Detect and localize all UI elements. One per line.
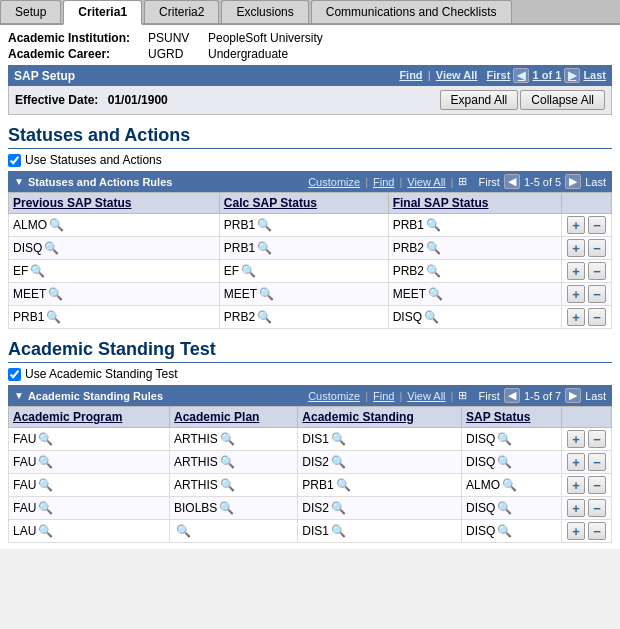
statuses-checkbox[interactable] bbox=[8, 154, 21, 167]
tab-communications[interactable]: Communications and Checklists bbox=[311, 0, 512, 23]
sap-find-link[interactable]: Find bbox=[399, 69, 422, 81]
add-row-button[interactable]: + bbox=[567, 430, 585, 448]
tab-criteria2[interactable]: Criteria2 bbox=[144, 0, 219, 23]
final-sap-search-icon[interactable]: 🔍 bbox=[426, 264, 440, 278]
plan-search-icon[interactable]: 🔍 bbox=[219, 501, 233, 515]
academic-nav-prev[interactable]: ◀ bbox=[504, 388, 520, 403]
plan-search-icon[interactable]: 🔍 bbox=[220, 478, 234, 492]
add-row-button[interactable]: + bbox=[567, 453, 585, 471]
statuses-nav-next[interactable]: ▶ bbox=[565, 174, 581, 189]
final-sap-search-icon[interactable]: 🔍 bbox=[424, 310, 438, 324]
sap-last-label: Last bbox=[583, 69, 606, 81]
col-row-actions bbox=[562, 407, 612, 428]
prev-sap-search-icon[interactable]: 🔍 bbox=[44, 241, 58, 255]
academic-customize-link[interactable]: Customize bbox=[308, 390, 360, 402]
tab-criteria1[interactable]: Criteria1 bbox=[63, 0, 142, 25]
remove-row-button[interactable]: − bbox=[588, 308, 606, 326]
statuses-checkbox-label: Use Statuses and Actions bbox=[25, 153, 162, 167]
plan-search-icon[interactable]: 🔍 bbox=[220, 455, 234, 469]
remove-row-button[interactable]: − bbox=[588, 499, 606, 517]
prev-sap-search-icon[interactable]: 🔍 bbox=[46, 310, 60, 324]
calc-sap-search-icon[interactable]: 🔍 bbox=[257, 241, 271, 255]
status-search-icon[interactable]: 🔍 bbox=[497, 455, 511, 469]
standing-value: DIS1 bbox=[302, 524, 329, 538]
prev-sap-cell: DISQ 🔍 bbox=[9, 237, 220, 260]
remove-row-button[interactable]: − bbox=[588, 216, 606, 234]
add-row-button[interactable]: + bbox=[567, 216, 585, 234]
add-row-button[interactable]: + bbox=[567, 308, 585, 326]
standing-value: DIS1 bbox=[302, 432, 329, 446]
program-search-icon[interactable]: 🔍 bbox=[38, 432, 52, 446]
statuses-table-header[interactable]: ▼ Statuses and Actions Rules Customize |… bbox=[8, 171, 612, 192]
status-search-icon[interactable]: 🔍 bbox=[502, 478, 516, 492]
status-search-icon[interactable]: 🔍 bbox=[497, 432, 511, 446]
add-row-button[interactable]: + bbox=[567, 239, 585, 257]
prev-sap-search-icon[interactable]: 🔍 bbox=[30, 264, 44, 278]
prev-sap-value: PRB1 bbox=[13, 310, 44, 324]
row-action-cell: + − bbox=[562, 428, 612, 451]
add-row-button[interactable]: + bbox=[567, 285, 585, 303]
statuses-view-all-link[interactable]: View All bbox=[407, 176, 445, 188]
standing-cell: DIS2 🔍 bbox=[298, 497, 462, 520]
standing-search-icon[interactable]: 🔍 bbox=[331, 501, 345, 515]
final-sap-search-icon[interactable]: 🔍 bbox=[428, 287, 442, 301]
remove-row-button[interactable]: − bbox=[588, 239, 606, 257]
program-search-icon[interactable]: 🔍 bbox=[38, 478, 52, 492]
program-search-icon[interactable]: 🔍 bbox=[38, 501, 52, 515]
col-academic-program: Academic Program bbox=[9, 407, 170, 428]
sap-nav-next[interactable]: ▶ bbox=[564, 68, 580, 83]
final-sap-value: PRB1 bbox=[393, 218, 424, 232]
standing-search-icon[interactable]: 🔍 bbox=[331, 432, 345, 446]
standing-cell: DIS1 🔍 bbox=[298, 428, 462, 451]
add-row-button[interactable]: + bbox=[567, 262, 585, 280]
standing-search-icon[interactable]: 🔍 bbox=[331, 455, 345, 469]
remove-row-button[interactable]: − bbox=[588, 285, 606, 303]
table-row: PRB1 🔍 PRB2 🔍 DISQ 🔍 + − bbox=[9, 306, 612, 329]
tab-exclusions[interactable]: Exclusions bbox=[221, 0, 308, 23]
academic-table-header[interactable]: ▼ Academic Standing Rules Customize | Fi… bbox=[8, 385, 612, 406]
sap-view-all-link[interactable]: View All bbox=[436, 69, 478, 81]
calc-sap-search-icon[interactable]: 🔍 bbox=[241, 264, 255, 278]
prev-sap-search-icon[interactable]: 🔍 bbox=[48, 287, 62, 301]
collapse-all-button[interactable]: Collapse All bbox=[520, 90, 605, 110]
remove-row-button[interactable]: − bbox=[588, 453, 606, 471]
calc-sap-search-icon[interactable]: 🔍 bbox=[257, 310, 271, 324]
standing-search-icon[interactable]: 🔍 bbox=[336, 478, 350, 492]
add-row-button[interactable]: + bbox=[567, 499, 585, 517]
calc-sap-search-icon[interactable]: 🔍 bbox=[259, 287, 273, 301]
prev-sap-search-icon[interactable]: 🔍 bbox=[49, 218, 63, 232]
add-row-button[interactable]: + bbox=[567, 476, 585, 494]
prev-sap-cell: MEET 🔍 bbox=[9, 283, 220, 306]
sap-setup-panel: SAP Setup Find | View All First ◀ 1 of 1… bbox=[8, 65, 612, 115]
academic-nav-next[interactable]: ▶ bbox=[565, 388, 581, 403]
calc-sap-cell: EF 🔍 bbox=[219, 260, 388, 283]
plan-search-icon[interactable]: 🔍 bbox=[220, 432, 234, 446]
final-sap-search-icon[interactable]: 🔍 bbox=[426, 241, 440, 255]
remove-row-button[interactable]: − bbox=[588, 476, 606, 494]
statuses-title: Statuses and Actions bbox=[8, 125, 612, 149]
status-search-icon[interactable]: 🔍 bbox=[497, 524, 511, 538]
academic-checkbox[interactable] bbox=[8, 368, 21, 381]
effective-date-label: Effective Date: bbox=[15, 93, 98, 107]
statuses-find-link[interactable]: Find bbox=[373, 176, 394, 188]
standing-search-icon[interactable]: 🔍 bbox=[331, 524, 345, 538]
plan-search-icon[interactable]: 🔍 bbox=[176, 524, 190, 538]
academic-find-link[interactable]: Find bbox=[373, 390, 394, 402]
sap-nav-prev[interactable]: ◀ bbox=[513, 68, 529, 83]
calc-sap-search-icon[interactable]: 🔍 bbox=[257, 218, 271, 232]
program-search-icon[interactable]: 🔍 bbox=[38, 455, 52, 469]
prev-sap-value: EF bbox=[13, 264, 28, 278]
remove-row-button[interactable]: − bbox=[588, 522, 606, 540]
expand-all-button[interactable]: Expand All bbox=[440, 90, 519, 110]
statuses-nav-prev[interactable]: ◀ bbox=[504, 174, 520, 189]
status-search-icon[interactable]: 🔍 bbox=[497, 501, 511, 515]
final-sap-search-icon[interactable]: 🔍 bbox=[426, 218, 440, 232]
statuses-customize-link[interactable]: Customize bbox=[308, 176, 360, 188]
tab-setup[interactable]: Setup bbox=[0, 0, 61, 23]
add-row-button[interactable]: + bbox=[567, 522, 585, 540]
program-search-icon[interactable]: 🔍 bbox=[38, 524, 52, 538]
tab-bar[interactable]: Setup Criteria1 Criteria2 Exclusions Com… bbox=[0, 0, 620, 25]
remove-row-button[interactable]: − bbox=[588, 262, 606, 280]
academic-view-all-link[interactable]: View All bbox=[407, 390, 445, 402]
remove-row-button[interactable]: − bbox=[588, 430, 606, 448]
